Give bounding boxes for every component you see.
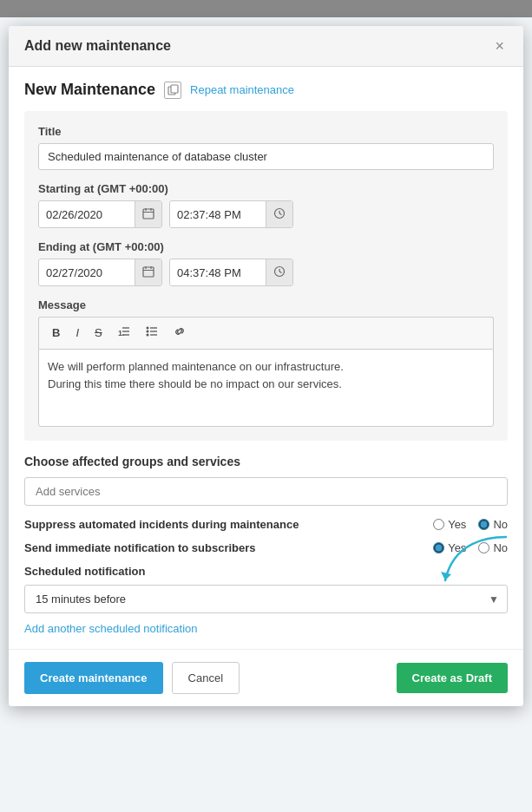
starting-time-input[interactable] <box>170 202 266 227</box>
svg-text:1.: 1. <box>118 329 125 337</box>
add-maintenance-modal: Add new maintenance × New Maintenance Re… <box>9 26 523 706</box>
modal-footer: Create maintenance Cancel Create as Draf… <box>9 649 523 706</box>
title-group: Title <box>38 125 494 170</box>
immediate-yes-radio[interactable] <box>433 542 444 553</box>
svg-point-23 <box>146 327 148 330</box>
ending-date-input[interactable] <box>39 260 135 285</box>
message-group: Message B I S 1. <box>38 298 494 427</box>
svg-rect-9 <box>143 267 154 277</box>
italic-button[interactable]: I <box>69 323 85 344</box>
starting-time-wrap <box>169 200 293 228</box>
suppress-row: Suppress automated incidents during main… <box>24 518 508 531</box>
ending-calendar-button[interactable] <box>135 259 161 285</box>
suppress-yes-radio[interactable] <box>433 519 444 530</box>
suppress-no-option[interactable]: No <box>478 518 508 531</box>
svg-line-8 <box>279 213 282 215</box>
starting-calendar-button[interactable] <box>135 201 161 227</box>
strikethrough-button[interactable]: S <box>89 323 108 344</box>
title-label: Title <box>38 125 494 138</box>
create-draft-button[interactable]: Create as Draft <box>397 663 509 693</box>
svg-rect-1 <box>171 85 178 93</box>
bold-button[interactable]: B <box>46 323 66 344</box>
immediate-yes-label: Yes <box>448 541 466 554</box>
starting-datetime-row <box>38 200 494 228</box>
scheduled-select-container: 15 minutes before 30 minutes before 1 ho… <box>24 585 508 613</box>
immediate-no-label: No <box>493 541 508 554</box>
modal-body: New Maintenance Repeat maintenance Title <box>9 67 523 649</box>
immediate-label: Send immediate notification to subscribe… <box>24 541 421 554</box>
services-section-label: Choose affected groups and services <box>24 455 508 468</box>
svg-line-15 <box>279 272 282 273</box>
immediate-no-option[interactable]: No <box>478 541 508 554</box>
immediate-row: Send immediate notification to subscribe… <box>24 541 508 554</box>
ending-group: Ending at (GMT +00:00) <box>38 240 494 286</box>
ordered-list-button[interactable]: 1. <box>112 323 136 344</box>
svg-point-24 <box>146 331 148 333</box>
starting-date-input[interactable] <box>39 202 135 227</box>
starting-clock-button[interactable] <box>266 201 292 227</box>
message-editor[interactable]: We will perform planned maintenance on o… <box>38 349 494 427</box>
repeat-maintenance-link[interactable]: Repeat maintenance <box>190 83 294 96</box>
link-button[interactable] <box>167 323 192 344</box>
scheduled-select[interactable]: 15 minutes before 30 minutes before 1 ho… <box>24 585 508 613</box>
services-input[interactable] <box>24 477 508 506</box>
section-header: New Maintenance Repeat maintenance <box>24 81 508 99</box>
unordered-list-button[interactable] <box>140 323 164 344</box>
ending-date-wrap <box>38 259 162 286</box>
cancel-button[interactable]: Cancel <box>172 662 240 694</box>
title-input[interactable] <box>38 143 494 170</box>
immediate-yes-option[interactable]: Yes <box>433 541 466 554</box>
suppress-yes-label: Yes <box>448 518 466 531</box>
new-maintenance-title: New Maintenance <box>24 81 155 99</box>
ending-label: Ending at (GMT +00:00) <box>38 240 494 253</box>
suppress-label: Suppress automated incidents during main… <box>24 518 421 531</box>
suppress-no-label: No <box>493 518 508 531</box>
suppress-no-radio[interactable] <box>478 519 489 530</box>
editor-toolbar: B I S 1. <box>38 317 494 349</box>
ending-datetime-row <box>38 259 494 286</box>
ending-time-input[interactable] <box>170 260 266 285</box>
svg-point-25 <box>146 334 148 337</box>
suppress-yes-option[interactable]: Yes <box>433 518 466 531</box>
starting-label: Starting at (GMT +00:00) <box>38 182 494 195</box>
add-notification-link[interactable]: Add another scheduled notification <box>24 622 197 635</box>
modal-header: Add new maintenance × <box>9 26 523 67</box>
starting-group: Starting at (GMT +00:00) <box>38 182 494 228</box>
svg-rect-2 <box>143 209 154 219</box>
message-label: Message <box>38 298 494 311</box>
footer-left: Create maintenance Cancel <box>24 662 240 694</box>
starting-date-wrap <box>38 200 162 228</box>
modal-title: Add new maintenance <box>24 38 171 54</box>
immediate-no-radio[interactable] <box>478 542 489 553</box>
create-maintenance-button[interactable]: Create maintenance <box>24 662 163 694</box>
scheduled-section: Scheduled notification 15 minutes before… <box>24 565 508 635</box>
scheduled-label: Scheduled notification <box>24 565 508 578</box>
copy-icon[interactable] <box>164 82 181 99</box>
ending-time-wrap <box>169 259 293 286</box>
close-button[interactable]: × <box>491 38 508 54</box>
form-section: Title Starting at (GMT +00:00) <box>24 111 508 441</box>
ending-clock-button[interactable] <box>266 259 292 285</box>
scheduled-select-wrap: 15 minutes before 30 minutes before 1 ho… <box>24 585 508 613</box>
